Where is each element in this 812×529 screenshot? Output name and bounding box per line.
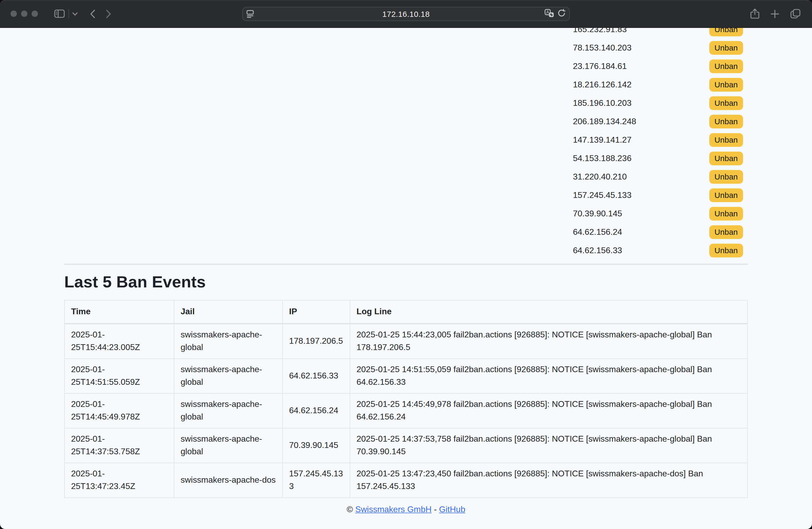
event-ip: 64.62.156.33: [282, 358, 350, 393]
banned-ip-row: 31.220.40.210 Unban: [64, 167, 748, 186]
event-ip: 70.39.90.145: [282, 428, 350, 463]
event-jail: swissmakers-apache-global: [174, 358, 282, 393]
svg-text:A: A: [546, 10, 549, 14]
banned-ip-address: 70.39.90.145: [573, 209, 622, 218]
share-icon[interactable]: [750, 9, 759, 19]
banned-ip-list: 165.232.91.83 Unban 78.153.140.203 Unban…: [64, 0, 748, 260]
zoom-button[interactable]: [32, 11, 38, 17]
chevron-down-icon[interactable]: [72, 12, 78, 16]
banned-ip-address: 78.153.140.203: [573, 43, 632, 53]
banned-ip-row: 54.153.188.236 Unban: [64, 149, 748, 167]
event-time: 2025-01-25T14:37:53.758Z: [64, 428, 174, 463]
event-ip: 157.245.45.133: [282, 463, 350, 497]
banned-ip-row: 147.139.141.27 Unban: [64, 131, 748, 149]
event-ip: 64.62.156.24: [282, 393, 350, 428]
event-log-line: 2025-01-25 14:45:49,978 fail2ban.actions…: [350, 393, 748, 428]
address-bar[interactable]: 172.16.10.18 A: [242, 7, 570, 21]
event-time: 2025-01-25T15:44:23.005Z: [64, 323, 174, 358]
column-header-time: Time: [64, 300, 174, 323]
section-divider: [64, 264, 748, 265]
event-time: 2025-01-25T14:45:49.978Z: [64, 393, 174, 428]
tab-overview-icon[interactable]: [791, 9, 800, 18]
browser-window: 172.16.10.18 A: [0, 0, 812, 529]
banned-ip-row: 206.189.134.248 Unban: [64, 112, 748, 131]
company-link[interactable]: Swissmakers GmbH: [355, 504, 432, 513]
close-button[interactable]: [11, 11, 17, 17]
unban-button[interactable]: Unban: [709, 188, 743, 202]
banned-ip-address: 64.62.156.24: [573, 227, 622, 237]
ban-event-row: 2025-01-25T15:44:23.005Z swissmakers-apa…: [64, 323, 748, 358]
forward-icon[interactable]: [106, 9, 111, 18]
back-icon[interactable]: [90, 9, 95, 18]
new-tab-icon[interactable]: [770, 9, 779, 18]
event-jail: swissmakers-apache-global: [174, 393, 282, 428]
banned-ip-address: 23.176.184.61: [573, 61, 627, 71]
unban-button[interactable]: Unban: [709, 78, 743, 91]
event-time: 2025-01-25T13:47:23.45Z: [64, 463, 174, 497]
banned-ip-address: 54.153.188.236: [573, 153, 632, 163]
unban-button[interactable]: Unban: [709, 170, 743, 183]
column-header-jail: Jail: [174, 300, 282, 323]
sidebar-toggle-icon[interactable]: [54, 10, 65, 18]
event-time: 2025-01-25T14:51:55.059Z: [64, 358, 174, 393]
column-header-logline: Log Line: [350, 300, 748, 323]
unban-button[interactable]: Unban: [709, 151, 743, 165]
toolbar-separator: [69, 9, 69, 18]
event-jail: swissmakers-apache-global: [174, 323, 282, 358]
unban-button[interactable]: Unban: [709, 244, 743, 257]
github-link[interactable]: GitHub: [439, 504, 465, 513]
banned-ip-address: 64.62.156.33: [573, 246, 622, 255]
translate-icon[interactable]: A: [545, 9, 554, 19]
event-log-line: 2025-01-25 15:44:23,005 fail2ban.actions…: [350, 323, 748, 358]
ban-events-table: Time Jail IP Log Line 2025-01-25T15:44:2…: [64, 300, 748, 498]
table-header-row: Time Jail IP Log Line: [64, 300, 748, 323]
banned-ip-row: 23.176.184.61 Unban: [64, 57, 748, 75]
banned-ip-address: 31.220.40.210: [573, 172, 627, 181]
banned-ip-row: 18.216.126.142 Unban: [64, 75, 748, 94]
banned-ip-address: 18.216.126.142: [573, 80, 632, 89]
web-page: 165.232.91.83 Unban 78.153.140.203 Unban…: [0, 0, 812, 529]
ban-event-row: 2025-01-25T13:47:23.45Z swissmakers-apac…: [64, 463, 748, 497]
reload-icon[interactable]: [558, 9, 566, 19]
banned-ip-row: 78.153.140.203 Unban: [64, 39, 748, 57]
unban-button[interactable]: Unban: [709, 59, 743, 73]
ban-event-row: 2025-01-25T14:51:55.059Z swissmakers-apa…: [64, 358, 748, 393]
ban-event-row: 2025-01-25T14:37:53.758Z swissmakers-apa…: [64, 428, 748, 463]
banned-ip-row: 64.62.156.24 Unban: [64, 223, 748, 241]
banned-ip-row: 70.39.90.145 Unban: [64, 204, 748, 223]
unban-button[interactable]: Unban: [709, 115, 743, 128]
event-jail: swissmakers-apache-global: [174, 428, 282, 463]
window-controls: [11, 11, 38, 17]
copyright-symbol: ©: [347, 504, 353, 513]
ban-events-title: Last 5 Ban Events: [64, 272, 748, 292]
unban-button[interactable]: Unban: [709, 41, 743, 55]
unban-button[interactable]: Unban: [709, 96, 743, 110]
event-jail: swissmakers-apache-dos: [174, 463, 282, 497]
browser-toolbar: 172.16.10.18 A: [0, 0, 812, 27]
event-log-line: 2025-01-25 13:47:23,450 fail2ban.actions…: [350, 463, 748, 497]
banned-ip-row: 157.245.45.133 Unban: [64, 186, 748, 204]
unban-button[interactable]: Unban: [709, 225, 743, 239]
ban-event-row: 2025-01-25T14:45:49.978Z swissmakers-apa…: [64, 393, 748, 428]
unban-button[interactable]: Unban: [709, 133, 743, 147]
event-log-line: 2025-01-25 14:51:55,059 fail2ban.actions…: [350, 358, 748, 393]
page-footer: © Swissmakers GmbH - GitHub: [64, 504, 748, 514]
banned-ip-address: 185.196.10.203: [573, 98, 632, 108]
banned-ip-address: 206.189.134.248: [573, 117, 636, 126]
event-ip: 178.197.206.5: [282, 323, 350, 358]
banned-ip-row: 64.62.156.33 Unban: [64, 241, 748, 260]
banned-ip-address: 157.245.45.133: [573, 190, 632, 200]
banned-ip-row: 185.196.10.203 Unban: [64, 94, 748, 112]
unban-button[interactable]: Unban: [709, 207, 743, 220]
event-log-line: 2025-01-25 14:37:53,758 fail2ban.actions…: [350, 428, 748, 463]
footer-separator: -: [434, 504, 437, 513]
minimize-button[interactable]: [21, 11, 27, 17]
column-header-ip: IP: [282, 300, 350, 323]
banned-ip-address: 147.139.141.27: [573, 135, 632, 145]
url-text: 172.16.10.18: [243, 10, 569, 18]
